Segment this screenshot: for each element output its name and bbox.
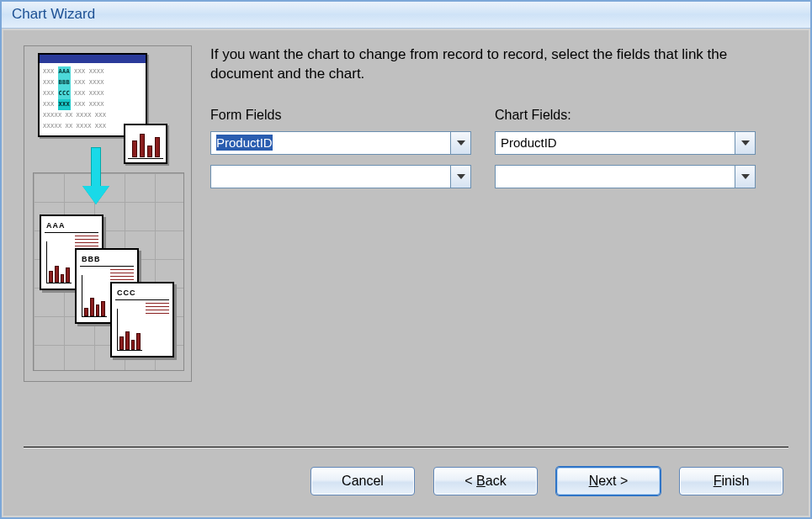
report-icon: CCC bbox=[110, 282, 174, 357]
back-button[interactable]: < Back bbox=[433, 467, 538, 495]
chevron-down-icon bbox=[457, 140, 465, 146]
form-field-2-input[interactable] bbox=[210, 165, 451, 188]
form-field-1-input[interactable]: ProductID bbox=[210, 131, 451, 155]
chart-field-2-dropdown-button[interactable] bbox=[735, 165, 756, 188]
separator bbox=[24, 447, 788, 448]
window-title: Chart Wizard bbox=[12, 6, 95, 22]
chart-field-2-input[interactable] bbox=[495, 165, 735, 188]
chart-field-1-input[interactable] bbox=[495, 131, 735, 155]
instruction-text: If you want the chart to change from rec… bbox=[210, 45, 788, 84]
cancel-button[interactable]: Cancel bbox=[310, 467, 415, 495]
title-bar: Chart Wizard bbox=[2, 2, 810, 29]
form-field-2-dropdown-button[interactable] bbox=[451, 165, 471, 188]
chart-wizard-dialog: Chart Wizard XXXAAAXXXXXXX XXXBBBXXXXXXX… bbox=[0, 0, 812, 519]
finish-button[interactable]: Finish bbox=[679, 467, 783, 495]
chart-field-1-combo[interactable] bbox=[495, 131, 756, 155]
client-area: XXXAAAXXXXXXX XXXBBBXXXXXXX XXXCCCXXXXXX… bbox=[3, 30, 809, 516]
link-arrow-icon bbox=[87, 147, 105, 204]
chart-field-2-combo[interactable] bbox=[495, 165, 756, 188]
wizard-button-row: Cancel < Back Next > Finish bbox=[310, 467, 783, 495]
next-button[interactable]: Next > bbox=[556, 467, 661, 495]
form-field-1-dropdown-button[interactable] bbox=[451, 131, 471, 155]
chevron-down-icon bbox=[457, 174, 465, 179]
mini-chart-icon bbox=[124, 124, 167, 164]
chevron-down-icon bbox=[741, 140, 750, 146]
chevron-down-icon bbox=[741, 174, 750, 179]
form-field-1-combo[interactable]: ProductID bbox=[210, 131, 471, 155]
preview-illustration: XXXAAAXXXXXXX XXXBBBXXXXXXX XXXCCCXXXXXX… bbox=[24, 45, 192, 382]
chart-fields-label: Chart Fields: bbox=[495, 108, 756, 123]
form-fields-label: Form Fields bbox=[210, 108, 471, 123]
form-field-2-combo[interactable] bbox=[210, 165, 471, 188]
chart-field-1-dropdown-button[interactable] bbox=[735, 131, 756, 155]
